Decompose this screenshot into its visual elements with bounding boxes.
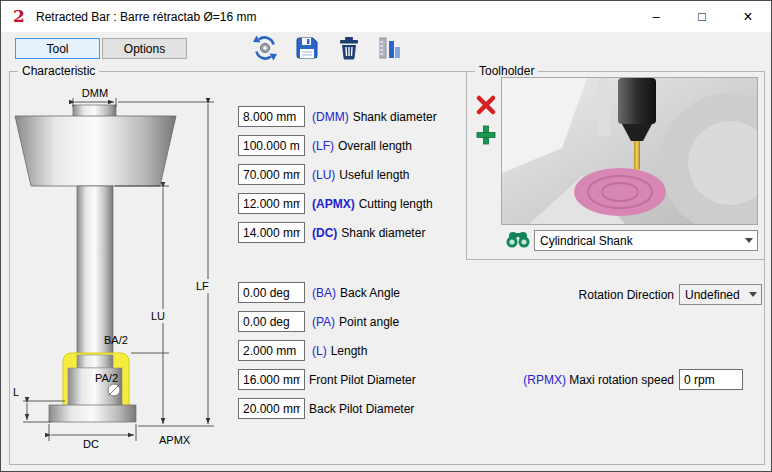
dc-input[interactable] <box>238 222 305 243</box>
close-button[interactable]: × <box>725 1 771 32</box>
shank-type-select[interactable]: Cylindrical Shank <box>534 230 758 251</box>
tool-top-shank <box>73 105 116 117</box>
red-x-icon <box>474 93 498 117</box>
maximize-button[interactable]: □ <box>679 1 725 32</box>
param-code: (LF) <box>312 139 334 153</box>
dialog-window: 2 Retracted Bar : Barre rétractab Ø=16 m… <box>0 0 772 472</box>
field-row-lu: (LU) Useful length <box>238 164 409 185</box>
lu-label: LU <box>151 310 165 322</box>
param-code: (L) <box>312 344 327 358</box>
param-code: (LU) <box>312 168 335 182</box>
param-code: (BA) <box>312 286 336 300</box>
tool-diagram: DMM LF LU APMX DC L BA/2 PA/2 <box>11 85 233 461</box>
param-label: Cutting length <box>359 197 433 211</box>
back-pilot-disc <box>49 405 136 422</box>
field-row-back-pilot: Back Pilot Diameter <box>238 398 414 419</box>
trash-icon <box>336 35 362 61</box>
chevron-down-icon <box>740 231 757 250</box>
chart-ruler-icon <box>376 35 402 61</box>
dc-label: DC <box>83 438 99 450</box>
tab-options[interactable]: Options <box>102 38 187 59</box>
param-label: Shank diameter <box>341 226 425 240</box>
l-label: L <box>13 386 19 398</box>
front-pilot-input[interactable] <box>238 369 305 390</box>
param-label: Overall length <box>338 139 412 153</box>
lf-input[interactable] <box>238 135 305 156</box>
field-row-dmm: (DMM) Shank diameter <box>238 106 437 127</box>
field-row-front-pilot: Front Pilot Diameter <box>238 369 416 390</box>
back-pilot-input[interactable] <box>238 398 305 419</box>
window-title: Retracted Bar : Barre rétractab Ø=16 mm <box>36 10 256 24</box>
param-code: (PA) <box>312 315 335 329</box>
shank-type-value: Cylindrical Shank <box>535 234 740 248</box>
field-row-pa: (PA) Point angle <box>238 311 399 332</box>
param-label: Front Pilot Diameter <box>309 373 416 387</box>
ba2-label: BA/2 <box>104 334 128 346</box>
rpmx-code: (RPMX) <box>523 373 566 387</box>
toolholder-preview-image <box>502 78 758 225</box>
field-row-apmx: (APMX) Cutting length <box>238 193 433 214</box>
titlebar: 2 Retracted Bar : Barre rétractab Ø=16 m… <box>1 1 771 32</box>
param-label: Length <box>331 344 368 358</box>
pa-input[interactable] <box>238 311 305 332</box>
browse-toolholder-button[interactable] <box>503 229 532 251</box>
apmx-label: APMX <box>159 434 191 446</box>
ba-input[interactable] <box>238 282 305 303</box>
param-label: Point angle <box>339 315 399 329</box>
tool-shaft <box>77 186 113 356</box>
param-label: Useful length <box>339 168 409 182</box>
param-code: (DMM) <box>312 110 349 124</box>
tool-holder-body <box>15 116 176 186</box>
param-code: (DC) <box>312 226 337 240</box>
rotation-direction-value: Undefined <box>680 288 744 302</box>
pa2-label: PA/2 <box>95 372 118 384</box>
field-row-dc: (DC) Shank diameter <box>238 222 425 243</box>
param-label: Back Angle <box>340 286 400 300</box>
toolholder-preview-viewport[interactable] <box>501 77 758 225</box>
lu-input[interactable] <box>238 164 305 185</box>
drill-bit <box>634 141 640 169</box>
cutting-zone-neck <box>77 355 113 368</box>
rotation-direction-select[interactable]: Undefined <box>679 284 762 305</box>
param-label: Back Pilot Diameter <box>309 402 414 416</box>
delete-button[interactable] <box>333 34 365 62</box>
green-plus-icon <box>474 123 498 147</box>
param-code: (APMX) <box>312 197 355 211</box>
statistics-button[interactable] <box>373 34 405 62</box>
remove-toolholder-button[interactable] <box>473 93 498 118</box>
tab-tool[interactable]: Tool <box>15 38 100 59</box>
minimize-button[interactable]: – <box>633 1 679 32</box>
field-row-lf: (LF) Overall length <box>238 135 412 156</box>
characteristic-group-label: Characteristic <box>18 64 99 79</box>
lf-label: LF <box>196 280 209 292</box>
binoculars-icon <box>504 229 532 249</box>
settings-sync-button[interactable] <box>249 34 281 62</box>
chevron-down-icon <box>744 285 761 304</box>
field-row-l: (L) Length <box>238 340 367 361</box>
rpmx-label-row: (RPMX) Maxi rotation speed <box>451 373 674 387</box>
dmm-label: DMM <box>82 87 108 99</box>
param-label: Shank diameter <box>353 110 437 124</box>
add-toolholder-button[interactable] <box>473 123 498 148</box>
rotation-direction-label: Rotation Direction <box>481 288 674 302</box>
rpmx-label: Maxi rotation speed <box>569 373 674 387</box>
l-input[interactable] <box>238 340 305 361</box>
window-controls: – □ × <box>633 1 771 32</box>
field-row-ba: (BA) Back Angle <box>238 282 400 303</box>
dmm-input[interactable] <box>238 106 305 127</box>
app-logo-icon: 2 <box>11 9 27 25</box>
apmx-input[interactable] <box>238 193 305 214</box>
save-button[interactable] <box>291 34 323 62</box>
save-icon <box>294 35 320 61</box>
rpmx-input[interactable] <box>679 369 743 390</box>
gear-sync-icon <box>252 35 278 61</box>
